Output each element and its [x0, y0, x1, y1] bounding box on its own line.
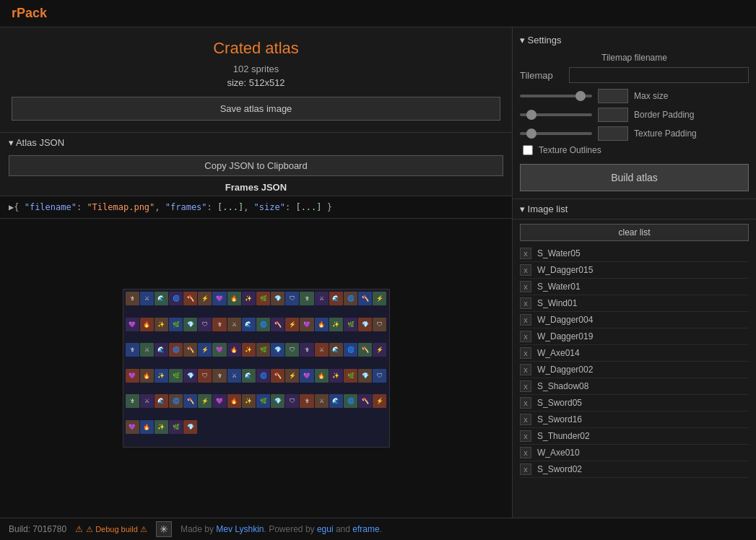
build-info: Build: 7016780 [9, 524, 66, 534]
remove-item-button[interactable]: x [520, 430, 531, 442]
remove-item-button[interactable]: x [520, 331, 531, 342]
sprite-cell: 🌿 [344, 369, 357, 383]
list-item: xW_Dagger019 [520, 328, 749, 345]
sprite-cell: ✨ [155, 318, 168, 331]
sprite-cell: 🔥 [140, 420, 154, 434]
remove-item-button[interactable]: x [520, 297, 531, 309]
list-item: xW_Axe010 [520, 445, 749, 461]
statusbar: Build: 7016780 ⚠ ⚠ Debug build ⚠ ✳ Made … [0, 518, 756, 540]
list-item: xW_Dagger015 [520, 262, 749, 279]
settings-label: ▾ Settings [520, 35, 562, 45]
sprite-cell: 💜 [126, 318, 139, 331]
build-atlas-button[interactable]: Build atlas [520, 164, 749, 191]
sprite-cell: 🌊 [242, 318, 256, 331]
snowflake-button[interactable]: ✳ [156, 521, 172, 537]
border-padding-slider[interactable] [520, 113, 592, 116]
sprite-cell: 🌊 [329, 394, 343, 408]
app-title: rPack [12, 6, 47, 20]
sprite-cell: 💜 [212, 292, 226, 305]
remove-item-button[interactable]: x [520, 447, 531, 458]
sprite-cell: ⚡ [198, 292, 212, 305]
remove-item-button[interactable]: x [520, 347, 531, 359]
remove-item-button[interactable]: x [520, 364, 531, 375]
sprite-cell: ⚔ [227, 318, 241, 331]
border-padding-label: Border Padding [634, 110, 694, 120]
sprite-preview: 🗡⚔🌊🌀🪓⚡💜🔥✨🌿💎🛡🗡⚔🌊🌀🪓⚡💜🔥✨🌿💎🛡🗡⚔🌊🌀🪓⚡💜🔥✨🌿💎🛡🗡⚔🌊🌀… [0, 219, 512, 518]
max-size-row: 4096 Max size [520, 89, 749, 103]
sprite-cell: 🌊 [155, 343, 168, 357]
sprite-cell: ⚡ [285, 369, 299, 383]
list-item: xS_Sword02 [520, 461, 749, 478]
texture-outlines-checkbox[interactable] [523, 145, 533, 155]
max-size-value[interactable]: 4096 [598, 89, 628, 103]
save-atlas-button[interactable]: Save atlas image [12, 97, 500, 121]
texture-padding-value[interactable]: 2 [598, 126, 628, 141]
max-size-slider[interactable] [520, 95, 592, 97]
sprite-cell: 💎 [358, 369, 372, 383]
titlebar: rPack [0, 0, 756, 27]
egui-link[interactable]: egui [317, 524, 334, 534]
clear-list-button[interactable]: clear list [520, 224, 749, 241]
remove-item-button[interactable]: x [520, 248, 531, 259]
tilemap-input[interactable] [569, 67, 749, 83]
settings-section: ▾ Settings Tilemap filename Tilemap 4096… [513, 27, 756, 199]
image-list: xS_Water05xW_Dagger015xS_Water01xS_Wind0… [513, 245, 756, 518]
remove-item-button[interactable]: x [520, 463, 531, 475]
image-item-name: S_Wind01 [537, 298, 577, 308]
eframe-link[interactable]: eframe [352, 524, 379, 534]
list-item: xS_Thunder02 [520, 428, 749, 445]
tilemap-row: Tilemap [520, 67, 749, 83]
sprite-cell: 🗡 [126, 394, 139, 408]
tilemap-filename-label: Tilemap filename [520, 53, 749, 63]
sprite-cell: 🗡 [300, 292, 313, 305]
remove-item-button[interactable]: x [520, 281, 531, 292]
sprite-cell: ⚔ [315, 343, 329, 357]
sprite-cell: ⚡ [373, 394, 386, 408]
sprite-cell: ⚔ [140, 394, 154, 408]
sprite-cell: 🗡 [212, 318, 226, 331]
sprite-cell: 🗡 [212, 369, 226, 383]
sprite-cell: 🔥 [227, 292, 241, 305]
atlas-size: size: 512x512 [12, 77, 500, 88]
image-item-name: S_Sword05 [537, 398, 582, 408]
image-item-name: S_Water05 [537, 248, 581, 258]
sprite-cell: 💎 [183, 420, 197, 434]
sprite-cell: 💜 [212, 343, 226, 357]
sprite-cell: 🌿 [256, 292, 270, 305]
image-item-name: S_Shadow08 [537, 381, 588, 391]
sprite-cell: 🌊 [155, 394, 168, 408]
sprite-cell: ✨ [329, 369, 343, 383]
sprite-cell: ✨ [242, 343, 256, 357]
border-padding-row: 2 Border Padding [520, 108, 749, 122]
author-link[interactable]: Mev Lyshkin [216, 524, 264, 534]
sprite-cell: 🌊 [155, 292, 168, 305]
sprite-cell: 💎 [183, 369, 197, 383]
copy-json-button[interactable]: Copy JSON to Clipboard [9, 155, 503, 176]
sprite-cell: 🛡 [285, 343, 299, 357]
sprite-cell: 🗡 [126, 343, 139, 357]
sprite-cell: ✨ [155, 420, 168, 434]
sprite-cell: 🗡 [300, 394, 313, 408]
sprite-cell: ✨ [242, 394, 256, 408]
sprite-cell: 💜 [212, 394, 226, 408]
remove-item-button[interactable]: x [520, 264, 531, 276]
remove-item-button[interactable]: x [520, 414, 531, 425]
sprite-cell: 🪓 [183, 343, 197, 357]
texture-padding-slider[interactable] [520, 132, 592, 135]
sprite-cell: 🔥 [140, 369, 154, 383]
remove-item-button[interactable]: x [520, 380, 531, 392]
frames-json-label: Frames JSON [0, 179, 512, 196]
sprite-cell: 💎 [271, 394, 284, 408]
debug-badge: ⚠ ⚠ Debug build ⚠ [75, 524, 147, 534]
sprite-cell: 💎 [358, 318, 372, 331]
border-padding-value[interactable]: 2 [598, 108, 628, 122]
sprite-cell: 🗡 [300, 343, 313, 357]
list-item: xW_Dagger002 [520, 362, 749, 378]
sprite-cell: ⚔ [315, 292, 329, 305]
sprite-cell: 🛡 [285, 394, 299, 408]
remove-item-button[interactable]: x [520, 397, 531, 409]
remove-item-button[interactable]: x [520, 314, 531, 326]
sprite-cell: 🌿 [169, 369, 183, 383]
sprite-cell: 🌀 [169, 343, 183, 357]
sprite-cell: 🌿 [169, 318, 183, 331]
